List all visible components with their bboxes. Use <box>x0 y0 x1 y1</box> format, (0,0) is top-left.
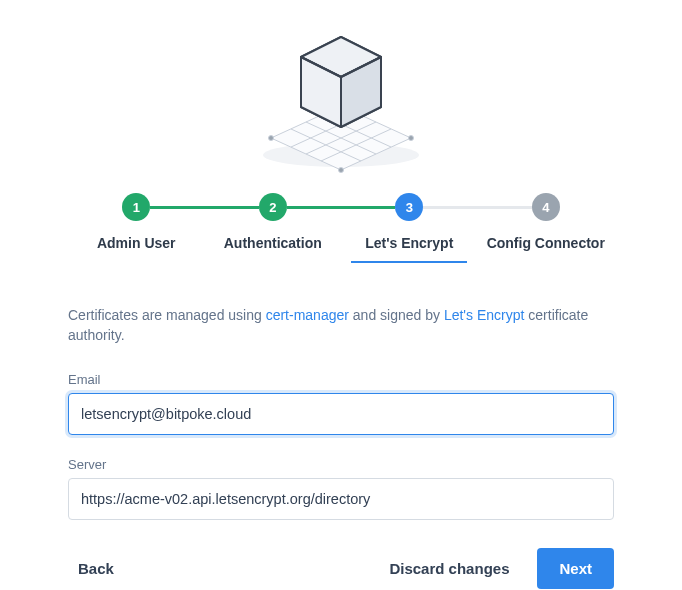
email-input[interactable] <box>68 393 614 435</box>
step-number: 1 <box>122 193 150 221</box>
stepper: 1 Admin User 2 Authentication 3 Let's En… <box>68 193 614 263</box>
stepper-connector <box>423 206 532 209</box>
hero-illustration <box>68 25 614 175</box>
stepper-connector <box>287 206 396 209</box>
cube-icon <box>246 25 436 175</box>
step-lets-encrypt[interactable]: 3 Let's Encrypt <box>341 193 478 263</box>
step-config-connector[interactable]: 4 Config Connector <box>478 193 615 261</box>
lets-encrypt-link[interactable]: Let's Encrypt <box>444 307 525 323</box>
server-label: Server <box>68 457 614 472</box>
next-button[interactable]: Next <box>537 548 614 589</box>
stepper-connector <box>150 206 259 209</box>
step-number: 3 <box>395 193 423 221</box>
svg-point-8 <box>339 168 344 173</box>
actions-bar: Back Discard changes Next <box>68 548 614 589</box>
description-text: Certificates are managed using cert-mana… <box>68 305 614 346</box>
actions-right: Discard changes Next <box>379 548 614 589</box>
email-label: Email <box>68 372 614 387</box>
step-authentication[interactable]: 2 Authentication <box>205 193 342 261</box>
discard-button[interactable]: Discard changes <box>379 552 519 585</box>
cert-manager-link[interactable]: cert-manager <box>266 307 349 323</box>
server-input[interactable] <box>68 478 614 520</box>
step-label: Admin User <box>97 235 176 261</box>
svg-point-9 <box>269 136 274 141</box>
email-field-group: Email <box>68 372 614 435</box>
step-admin-user[interactable]: 1 Admin User <box>68 193 205 261</box>
back-button[interactable]: Back <box>68 552 124 585</box>
step-number: 4 <box>532 193 560 221</box>
desc-part: Certificates are managed using <box>68 307 266 323</box>
step-label: Let's Encrypt <box>351 235 467 263</box>
server-field-group: Server <box>68 457 614 520</box>
step-number: 2 <box>259 193 287 221</box>
svg-point-10 <box>409 136 414 141</box>
step-label: Authentication <box>224 235 322 261</box>
desc-part: and signed by <box>349 307 444 323</box>
step-label: Config Connector <box>487 235 605 261</box>
